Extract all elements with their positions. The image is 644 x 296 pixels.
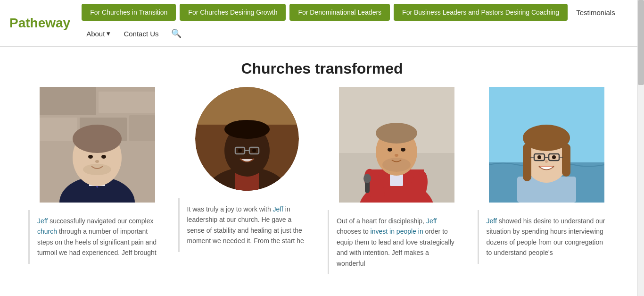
search-icon: 🔍 — [171, 29, 182, 38]
testimonials-grid: Jeff successfully navigated our complex … — [0, 87, 644, 288]
nav-churches-growth[interactable]: For Churches Desiring Growth — [180, 4, 286, 21]
svg-point-26 — [224, 120, 270, 139]
svg-point-39 — [376, 123, 417, 144]
person-photo-1 — [40, 87, 155, 203]
testimonial-text-4: Jeff showed his desire to understand our… — [478, 210, 616, 264]
scrollbar[interactable] — [637, 0, 644, 288]
person-photo-3 — [339, 87, 454, 203]
testimonial-highlight: Jeff — [37, 217, 48, 225]
svg-rect-51 — [562, 144, 570, 177]
svg-point-42 — [401, 148, 405, 152]
nav-buttons: For Churches in Transition For Churches … — [82, 4, 635, 42]
testimonial-text-3: Out of a heart for discipleship, Jeff ch… — [328, 210, 466, 274]
svg-point-37 — [363, 174, 371, 183]
page-title: Churches transformed — [9, 60, 635, 77]
svg-rect-17 — [195, 87, 299, 125]
testimonial-text-1: Jeff successfully navigated our complex … — [28, 210, 167, 264]
svg-point-58 — [552, 155, 556, 159]
svg-point-24 — [238, 149, 242, 152]
nav-contact[interactable]: Contact Us — [119, 26, 163, 42]
person-photo-2 — [195, 87, 299, 191]
svg-rect-3 — [40, 118, 77, 141]
svg-point-10 — [73, 125, 122, 153]
svg-rect-2 — [99, 92, 155, 113]
site-logo[interactable]: Patheway — [9, 16, 70, 31]
chevron-down-icon: ▾ — [107, 29, 110, 38]
nav-denominational-leaders[interactable]: For Denominational Leaders — [289, 4, 390, 21]
svg-point-25 — [252, 149, 256, 152]
scrollbar-thumb[interactable] — [638, 0, 644, 85]
svg-point-11 — [88, 155, 93, 159]
testimonial-card-1: Jeff successfully navigated our complex … — [28, 87, 167, 274]
svg-point-12 — [101, 155, 106, 159]
page-title-section: Churches transformed — [0, 47, 644, 87]
svg-point-57 — [537, 155, 541, 159]
nav-business-leaders[interactable]: For Business Leaders and Pastors Desirin… — [394, 4, 568, 21]
svg-point-14 — [83, 164, 111, 175]
svg-point-43 — [395, 154, 398, 157]
search-button[interactable]: 🔍 — [167, 25, 185, 42]
testimonial-card-4: Jeff showed his desire to understand our… — [478, 87, 616, 274]
svg-point-59 — [545, 160, 548, 163]
svg-point-13 — [95, 160, 99, 163]
svg-rect-50 — [523, 144, 531, 181]
nav-about[interactable]: About ▾ — [82, 25, 115, 42]
svg-rect-5 — [129, 115, 155, 141]
person-photo-4 — [489, 87, 604, 203]
svg-point-40 — [382, 158, 411, 172]
testimonial-card-2: It was truly a joy to work with Jeff in … — [178, 87, 317, 274]
svg-rect-1 — [40, 87, 96, 115]
testimonial-card-3: Out of a heart for discipleship, Jeff ch… — [328, 87, 466, 274]
nav-churches-transition[interactable]: For Churches in Transition — [82, 4, 176, 21]
nav-testimonials[interactable]: Testimonials — [571, 5, 620, 20]
testimonial-text-2: It was truly a joy to work with Jeff in … — [178, 198, 317, 252]
svg-point-41 — [388, 148, 392, 152]
navbar: Patheway For Churches in Transition For … — [0, 0, 644, 47]
